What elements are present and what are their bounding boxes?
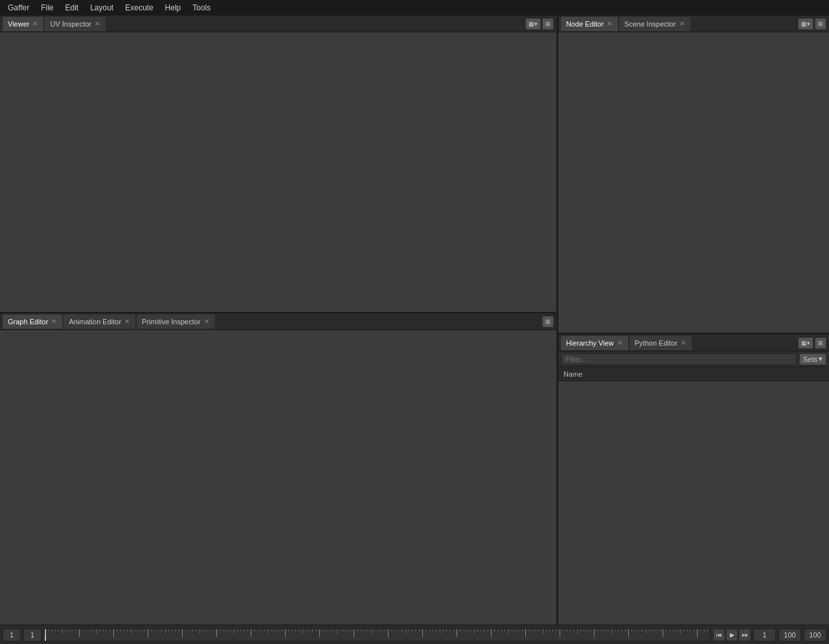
jump-end-icon: ⏭ [742, 632, 748, 638]
tl-frame-end-start-field[interactable] [778, 628, 801, 641]
uv-inspector-tab-label: UV Inspector [50, 20, 91, 28]
graph-editor-tab-close[interactable]: ✕ [51, 318, 57, 325]
grid2-icon: ⊞ [545, 318, 551, 325]
graph-panel-controls: ⊞ [542, 316, 554, 328]
viewer-tab-label: Viewer [8, 20, 29, 28]
hierarchy-section: Hierarchy View ✕ Python Editor ✕ ▦▾ ⊞ [558, 334, 829, 625]
menu-tools[interactable]: Tools [187, 2, 216, 14]
viewer-tab-close[interactable]: ✕ [32, 20, 38, 27]
tab-scene-inspector[interactable]: Scene Inspector ✕ [619, 17, 690, 31]
timeline-frame-current-field[interactable] [23, 628, 41, 641]
node-layout-icon: ▦▾ [801, 21, 810, 27]
tl-jump-end-btn[interactable]: ⏭ [739, 629, 751, 641]
tab-python-editor[interactable]: Python Editor ✕ [630, 336, 692, 350]
hierarchy-layout-icon: ▦▾ [801, 340, 810, 346]
primitive-inspector-tab-label: Primitive Inspector [142, 318, 200, 326]
viewer-header: Viewer ✕ UV Inspector ✕ ▦▾ ⊞ [0, 16, 556, 32]
node-layout-dropdown[interactable]: ▦▾ [798, 18, 813, 30]
sets-button[interactable]: Sets ▾ [799, 353, 826, 365]
menu-execute[interactable]: Execute [120, 2, 158, 14]
graph-tabs: Graph Editor ✕ Animation Editor ✕ Primit… [3, 315, 542, 329]
tab-graph-editor[interactable]: Graph Editor ✕ [3, 315, 62, 329]
scene-inspector-tab-close[interactable]: ✕ [679, 20, 685, 27]
viewer-content [0, 32, 556, 312]
hierarchy-view-tab-close[interactable]: ✕ [617, 339, 623, 346]
viewer-panel-controls: ▦▾ ⊞ [525, 18, 554, 30]
menu-help[interactable]: Help [160, 2, 187, 14]
scene-inspector-tab-label: Scene Inspector [624, 20, 676, 28]
hierarchy-tabs: Hierarchy View ✕ Python Editor ✕ [561, 336, 798, 350]
name-column-header: Name [558, 367, 829, 381]
main-layout: Viewer ✕ UV Inspector ✕ ▦▾ ⊞ [0, 16, 829, 625]
graph-content [0, 330, 556, 625]
viewer-layout-dropdown[interactable]: ▦▾ [525, 18, 541, 30]
menu-gaffer[interactable]: Gaffer [3, 2, 34, 14]
animation-editor-tab-label: Animation Editor [69, 318, 121, 326]
tl-play-btn[interactable]: ▶ [726, 629, 738, 641]
node-panel-controls: ▦▾ ⊞ [798, 18, 826, 30]
right-panel: Node Editor ✕ Scene Inspector ✕ ▦▾ ⊞ [558, 16, 829, 625]
tab-node-editor[interactable]: Node Editor ✕ [561, 17, 618, 31]
viewer-grid-btn[interactable]: ⊞ [542, 18, 554, 30]
hierarchy-layout-dropdown[interactable]: ▦▾ [798, 337, 813, 349]
node-content [558, 32, 829, 333]
name-column-label: Name [563, 370, 582, 378]
graph-grid-btn[interactable]: ⊞ [542, 316, 554, 328]
tl-frame-field[interactable] [753, 628, 776, 641]
tl-jump-start-btn[interactable]: ⏮ [713, 629, 725, 641]
graph-section: Graph Editor ✕ Animation Editor ✕ Primit… [0, 313, 556, 625]
hierarchy-view-tab-label: Hierarchy View [566, 339, 614, 347]
tab-primitive-inspector[interactable]: Primitive Inspector ✕ [137, 315, 214, 329]
sets-label: Sets [803, 355, 817, 363]
viewer-tabs: Viewer ✕ UV Inspector ✕ [3, 17, 525, 31]
node-grid-icon: ⊞ [818, 21, 823, 27]
hierarchy-content: Sets ▾ Name [558, 351, 829, 625]
filter-bar: Sets ▾ [558, 351, 829, 367]
primitive-inspector-tab-close[interactable]: ✕ [203, 318, 210, 325]
node-tabs: Node Editor ✕ Scene Inspector ✕ [561, 17, 798, 31]
jump-start-icon: ⏮ [716, 632, 722, 638]
hierarchy-header: Hierarchy View ✕ Python Editor ✕ ▦▾ ⊞ [558, 335, 829, 351]
node-editor-tab-label: Node Editor [566, 20, 604, 28]
animation-editor-tab-close[interactable]: ✕ [124, 318, 130, 325]
timeline: ⏮ ▶ ⏭ [0, 625, 829, 644]
viewer-section: Viewer ✕ UV Inspector ✕ ▦▾ ⊞ [0, 16, 556, 312]
python-editor-tab-label: Python Editor [635, 339, 677, 347]
tab-animation-editor[interactable]: Animation Editor ✕ [63, 315, 135, 329]
layout-icon: ▦▾ [528, 21, 538, 27]
node-section: Node Editor ✕ Scene Inspector ✕ ▦▾ ⊞ [558, 16, 829, 333]
menu-layout[interactable]: Layout [85, 2, 119, 14]
hierarchy-grid-icon: ⊞ [818, 340, 823, 346]
menu-edit[interactable]: Edit [60, 2, 84, 14]
timeline-frame-start-field[interactable] [3, 628, 21, 641]
tab-viewer[interactable]: Viewer ✕ [3, 17, 43, 31]
python-editor-tab-close[interactable]: ✕ [680, 339, 687, 346]
uv-inspector-tab-close[interactable]: ✕ [94, 20, 100, 27]
hierarchy-tree-area [558, 381, 829, 625]
tab-hierarchy-view[interactable]: Hierarchy View ✕ [561, 336, 628, 350]
menu-file[interactable]: File [36, 2, 58, 14]
tab-uv-inspector[interactable]: UV Inspector ✕ [45, 17, 106, 31]
grid-icon: ⊞ [545, 21, 551, 27]
node-grid-btn[interactable]: ⊞ [815, 18, 826, 30]
timeline-ruler[interactable] [44, 628, 710, 641]
node-editor-tab-close[interactable]: ✕ [606, 20, 613, 27]
filter-input[interactable] [561, 353, 797, 365]
play-icon: ▶ [730, 632, 734, 638]
menubar: Gaffer File Edit Layout Execute Help Too… [0, 0, 829, 16]
node-header: Node Editor ✕ Scene Inspector ✕ ▦▾ ⊞ [558, 16, 829, 32]
timeline-controls: ⏮ ▶ ⏭ [713, 629, 751, 641]
sets-dropdown-icon: ▾ [819, 355, 823, 363]
graph-header: Graph Editor ✕ Animation Editor ✕ Primit… [0, 313, 556, 330]
hierarchy-panel-controls: ▦▾ ⊞ [798, 337, 826, 349]
left-panel: Viewer ✕ UV Inspector ✕ ▦▾ ⊞ [0, 16, 557, 625]
tl-frame-end-field[interactable] [804, 628, 826, 641]
hierarchy-grid-btn[interactable]: ⊞ [815, 337, 826, 349]
graph-editor-tab-label: Graph Editor [8, 318, 48, 326]
